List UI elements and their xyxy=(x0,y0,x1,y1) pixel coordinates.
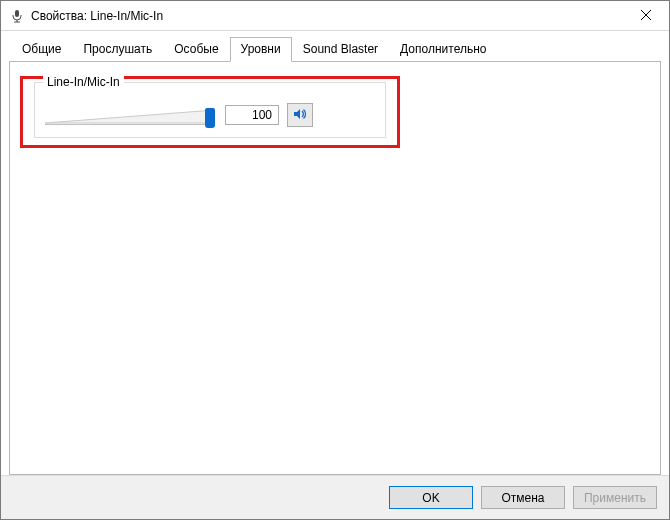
window-title: Свойства: Line-In/Mic-In xyxy=(31,9,163,23)
tab-general[interactable]: Общие xyxy=(11,37,72,61)
level-group: Line-In/Mic-In xyxy=(34,82,386,138)
cancel-button[interactable]: Отмена xyxy=(481,486,565,509)
tab-levels[interactable]: Уровни xyxy=(230,37,292,62)
ok-button[interactable]: OK xyxy=(389,486,473,509)
close-icon xyxy=(641,9,651,23)
apply-button[interactable]: Применить xyxy=(573,486,657,509)
dialog-button-bar: OK Отмена Применить xyxy=(1,475,669,519)
level-group-label: Line-In/Mic-In xyxy=(43,75,124,89)
volume-value-input[interactable] xyxy=(225,105,279,125)
tab-listen[interactable]: Прослушать xyxy=(72,37,163,61)
slider-baseline xyxy=(45,124,215,125)
tab-panel-levels: Line-In/Mic-In xyxy=(9,61,661,475)
title-bar: Свойства: Line-In/Mic-In xyxy=(1,1,669,31)
svg-rect-0 xyxy=(15,10,19,17)
volume-slider[interactable] xyxy=(45,102,215,128)
microphone-icon xyxy=(9,8,25,24)
tab-advanced[interactable]: Дополнительно xyxy=(389,37,497,61)
speaker-icon xyxy=(292,106,308,125)
slider-track-wedge xyxy=(45,110,215,124)
level-row xyxy=(45,101,375,129)
slider-thumb[interactable] xyxy=(205,108,215,128)
close-button[interactable] xyxy=(623,1,669,31)
tab-custom[interactable]: Особые xyxy=(163,37,229,61)
tab-strip: Общие Прослушать Особые Уровни Sound Bla… xyxy=(1,31,669,61)
tab-soundblaster[interactable]: Sound Blaster xyxy=(292,37,389,61)
dialog-window: Свойства: Line-In/Mic-In Общие Прослушат… xyxy=(0,0,670,520)
svg-marker-5 xyxy=(45,110,215,123)
svg-marker-6 xyxy=(294,109,300,119)
mute-button[interactable] xyxy=(287,103,313,127)
